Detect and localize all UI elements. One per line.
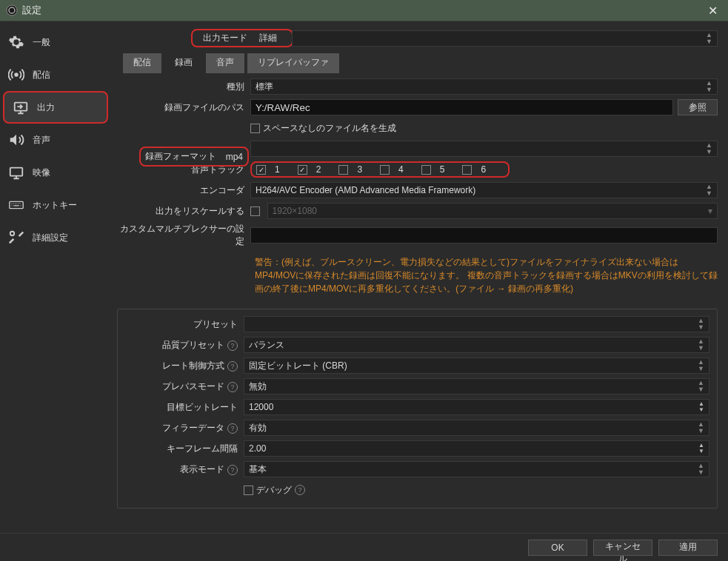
- path-input[interactable]: [250, 99, 673, 115]
- sidebar-item-label: 出力: [37, 101, 55, 114]
- path-label: 録画ファイルのパス: [117, 101, 250, 114]
- keyframe-input[interactable]: 2.00▲▼: [244, 440, 709, 457]
- sidebar-item-general[interactable]: 一般: [0, 26, 111, 58]
- prepass-select[interactable]: 無効▲▼: [244, 378, 709, 394]
- sidebar-item-stream[interactable]: 配信: [0, 58, 111, 91]
- svg-point-0: [7, 5, 17, 16]
- type-label: 種別: [117, 81, 250, 93]
- help-icon[interactable]: ?: [227, 340, 238, 351]
- sidebar-item-label: 配信: [33, 69, 50, 81]
- warning-text: 警告：(例えば、ブルースクリーン、電力損失などの結果として)ファイルをファイナラ…: [117, 251, 718, 300]
- track-4-checkbox[interactable]: [380, 165, 390, 175]
- format-select[interactable]: ▲▼: [250, 141, 718, 157]
- help-icon[interactable]: ?: [227, 382, 238, 392]
- encoder-panel: プリセット ▲▼ 品質プリセット? バランス▲▼ レート制御方式? 固定ビットレ…: [117, 309, 718, 508]
- svg-point-6: [10, 232, 15, 236]
- sidebar-item-advanced[interactable]: 詳細設定: [0, 221, 111, 254]
- dialog-footer: OK キャンセル 適用: [0, 533, 728, 561]
- keyboard-icon: [7, 197, 25, 213]
- obs-icon: [6, 4, 18, 16]
- type-select[interactable]: 標準▲▼: [250, 78, 718, 95]
- format-value: mp4: [216, 152, 243, 162]
- svg-rect-4: [10, 168, 23, 176]
- tab-audio[interactable]: 音声: [206, 53, 244, 73]
- window-title: 設定: [22, 4, 41, 17]
- rescale-checkbox[interactable]: [250, 206, 260, 216]
- sidebar-item-label: 詳細設定: [33, 232, 68, 244]
- gear-icon: [7, 34, 25, 50]
- format-label: 録画フォーマット: [145, 150, 216, 163]
- nospace-label: スペースなしのファイル名を生成: [263, 122, 396, 135]
- prepass-label: プレパスモード: [162, 381, 224, 392]
- track-2-checkbox[interactable]: [298, 165, 307, 175]
- close-icon[interactable]: ✕: [704, 4, 722, 18]
- ok-button[interactable]: OK: [528, 540, 587, 556]
- sidebar-item-video[interactable]: 映像: [0, 156, 111, 189]
- browse-button[interactable]: 参照: [678, 99, 718, 115]
- speaker-icon: [7, 132, 25, 148]
- rate-label: レート制御方式: [162, 360, 224, 371]
- tab-replay[interactable]: リプレイバッファ: [247, 53, 339, 73]
- track-5-checkbox[interactable]: [421, 165, 431, 175]
- rescale-label: 出力をリスケールする: [117, 205, 250, 218]
- bitrate-input[interactable]: 12000▲▼: [244, 399, 709, 415]
- filler-select[interactable]: 有効▲▼: [244, 420, 709, 436]
- help-icon[interactable]: ?: [227, 361, 238, 372]
- tab-recording[interactable]: 録画: [164, 53, 203, 73]
- sidebar: 一般 配信 出力 音声 映像 ホットキー 詳細設定: [0, 21, 111, 531]
- preset-label: プリセット: [125, 318, 244, 331]
- quality-select[interactable]: バランス▲▼: [244, 337, 709, 353]
- help-icon[interactable]: ?: [295, 485, 305, 495]
- sidebar-item-output[interactable]: 出力: [3, 91, 108, 124]
- rate-select[interactable]: 固定ビットレート (CBR)▲▼: [244, 357, 709, 374]
- help-icon[interactable]: ?: [227, 423, 238, 434]
- help-icon[interactable]: ?: [227, 465, 238, 475]
- titlebar: 設定 ✕: [0, 0, 728, 21]
- display-icon: [7, 164, 25, 181]
- display-label: 表示モード: [180, 464, 224, 474]
- output-mode-value: 詳細: [255, 32, 289, 44]
- output-tabs: 配信 録画 音声 リプレイバッファ: [123, 53, 718, 73]
- sidebar-item-label: 一般: [33, 36, 50, 49]
- bitrate-label: 目標ビットレート: [125, 401, 244, 414]
- muxer-input[interactable]: [250, 227, 718, 243]
- output-mode-select[interactable]: ▲▼: [292, 30, 718, 47]
- output-mode-label: 出力モード: [196, 32, 255, 44]
- apply-button[interactable]: 適用: [658, 540, 718, 556]
- cancel-button[interactable]: キャンセル: [593, 540, 652, 556]
- nospace-checkbox[interactable]: [250, 124, 260, 133]
- track-6-checkbox[interactable]: [462, 165, 472, 175]
- track-3-checkbox[interactable]: [338, 165, 348, 175]
- track-1-checkbox[interactable]: [256, 165, 266, 175]
- debug-checkbox[interactable]: [244, 486, 253, 495]
- filler-label: フィラーデータ: [162, 423, 224, 433]
- sidebar-item-label: 映像: [33, 167, 50, 179]
- encoder-label: エンコーダ: [117, 184, 250, 197]
- svg-point-2: [15, 73, 18, 76]
- keyframe-label: キーフレーム間隔: [125, 443, 244, 455]
- quality-label: 品質プリセット: [162, 340, 224, 350]
- sidebar-item-label: ホットキー: [33, 199, 77, 212]
- display-select[interactable]: 基本▲▼: [244, 461, 709, 477]
- svg-rect-5: [10, 201, 23, 208]
- rescale-select[interactable]: 1920×1080▾: [267, 203, 718, 219]
- sidebar-item-label: 音声: [33, 134, 50, 147]
- sidebar-item-audio[interactable]: 音声: [0, 124, 111, 156]
- debug-label: デバッグ: [256, 484, 292, 497]
- monitor-icon: [12, 99, 30, 115]
- tab-stream[interactable]: 配信: [123, 53, 161, 73]
- sidebar-item-hotkeys[interactable]: ホットキー: [0, 189, 111, 221]
- muxer-label: カスタムマルチプレクサーの設定: [117, 223, 250, 248]
- tools-icon: [7, 229, 25, 246]
- preset-select[interactable]: ▲▼: [244, 316, 709, 332]
- encoder-select[interactable]: H264/AVC Encoder (AMD Advanced Media Fra…: [250, 182, 718, 198]
- antenna-icon: [7, 67, 25, 83]
